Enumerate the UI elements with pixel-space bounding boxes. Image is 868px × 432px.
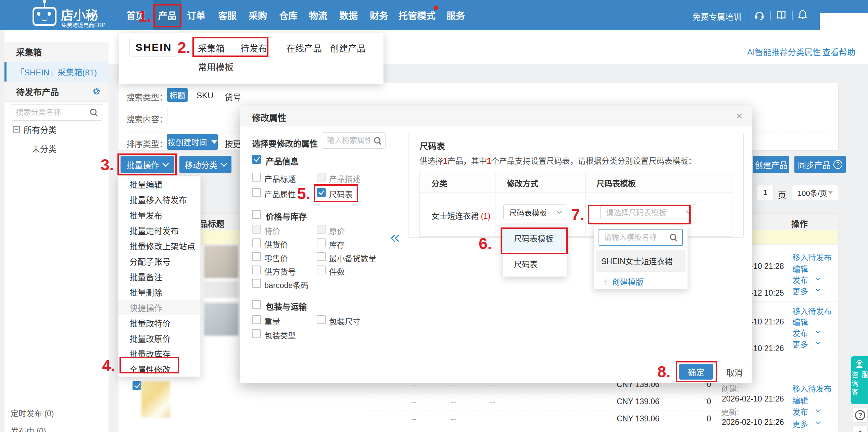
checkbox-barcode[interactable] [252,279,261,288]
nav-item-logistics[interactable]: 物流 [306,0,330,30]
cancel-button[interactable]: 取消 [720,364,749,380]
bulk-menu-item[interactable]: 批量删除 [118,284,200,300]
move-category-button[interactable]: 移动分类 [179,156,231,173]
search-type-sku-chip[interactable]: SKU [197,91,213,100]
nav-item-orders[interactable]: 订单 [184,0,208,30]
category-search-input[interactable] [11,104,102,121]
create-product-button[interactable]: 创建产品 [753,156,789,173]
option-size-chart-template[interactable]: 尺码表模板 [503,225,567,251]
checkbox-pack-type[interactable] [252,329,261,338]
bulk-menu-item[interactable]: 批量编辑 [118,176,200,192]
checkbox-packing-group[interactable] [252,300,261,309]
template-option-shein-dress[interactable]: SHEIN女士短连衣裙 [596,250,685,271]
bulk-menu-item[interactable]: 批量发布 [118,207,200,223]
action-publish[interactable]: 发布 [792,274,808,285]
checkbox-product-attr[interactable] [252,188,261,197]
bulk-menu-item[interactable]: 批量改库存 [118,346,200,361]
menu-item-collect-box[interactable]: 采集箱 [198,41,225,54]
customer-service-widget[interactable]: 咨询客服 [851,356,868,404]
book-icon[interactable] [776,10,787,22]
search-icon[interactable] [90,109,98,116]
free-training-link[interactable]: 免费专属培训 [692,10,742,22]
shein-platform-logo[interactable]: SHEIN [129,38,178,57]
gear-icon[interactable] [91,86,101,97]
collapse-panel-icon[interactable] [392,236,401,242]
checkbox-stock[interactable] [317,238,326,247]
sidebar-item-publishing[interactable]: 发布中 (0) [11,425,46,432]
page-size-select[interactable]: 100条/页 [792,185,839,200]
nav-item-services[interactable]: 服务 [444,0,468,30]
close-icon[interactable]: × [736,110,743,122]
nav-item-purchase[interactable]: 采购 [246,0,270,30]
bulk-menu-item[interactable]: 分配子账号 [118,254,200,269]
action-publish[interactable]: 发布 [792,406,808,417]
action-publish[interactable]: 发布 [792,327,808,338]
modify-method-select[interactable]: 尺码表模板 [503,204,567,220]
sidebar-item-shein-collect-box[interactable]: 「SHEIN」采集箱(81) [4,62,109,82]
ai-recommend-link[interactable]: AI智能推荐分类属性 [747,46,821,58]
checkbox-min-stock[interactable] [317,252,326,261]
bulk-menu-item-edit-all-attrs[interactable]: 全属性修改 [118,361,200,377]
action-move-to-publish[interactable]: 移入待发布 [792,251,832,263]
checkbox-weight[interactable] [252,315,261,324]
nav-item-finance[interactable]: 财务 [367,0,391,30]
headset-icon[interactable] [754,10,765,22]
checkbox-price-stock-group[interactable] [252,210,261,219]
row-checkbox[interactable] [133,381,141,390]
menu-item-create-product[interactable]: 创建产品 [330,41,366,54]
option-size-chart[interactable]: 尺码表 [503,251,567,276]
bulk-menu-item[interactable]: 批量改特价 [118,315,200,331]
checkbox-supply-price[interactable] [252,238,261,247]
sidebar-item-timed-publish[interactable]: 定时发布 (0) [11,407,54,419]
checkbox-product-info[interactable] [252,155,261,164]
action-move-to-publish[interactable]: 移入待发布 [792,305,832,317]
tree-item-all-categories[interactable]: 所有分类 [24,123,56,135]
search-type-code-chip[interactable]: 货号 [225,91,241,103]
menu-item-online-products[interactable]: 在线产品 [286,41,322,54]
action-edit[interactable]: 编辑 [792,263,808,274]
nav-item-warehouse[interactable]: 仓库 [276,0,300,30]
back-to-top-button[interactable] [853,425,868,432]
action-more[interactable]: 更多 [792,418,808,429]
checkbox-pack-size[interactable] [317,315,326,324]
user-account-area[interactable] [820,13,868,33]
bulk-menu-item[interactable]: 批量修改上架站点 [118,238,200,254]
tree-collapse-icon[interactable] [13,126,20,133]
nav-item-products[interactable]: 产品 [153,0,181,30]
bulk-menu-item[interactable]: 批量定时发布 [118,223,200,238]
bulk-actions-button[interactable]: 批量操作 [121,156,174,173]
action-more[interactable]: 更多 [792,338,808,350]
bulk-menu-item[interactable]: 批量备注 [118,269,200,284]
create-template-link[interactable]: ＋ 创建模版 [602,275,643,287]
menu-item-to-publish[interactable]: 待发布 [240,41,267,54]
bulk-menu-item[interactable]: 批量移入待发布 [118,192,200,207]
help-float-button[interactable]: ? [853,408,868,423]
confirm-button[interactable]: 确定 [679,364,713,380]
action-edit[interactable]: 编辑 [792,316,808,328]
bulk-menu-item[interactable]: 批量改原价 [118,331,200,346]
tree-item-uncategorized[interactable]: 未分类 [32,143,56,155]
page-number-input[interactable] [757,185,774,200]
search-type-title-chip[interactable]: 标题 [167,88,188,102]
menu-item-common-templates[interactable]: 常用模板 [198,60,234,73]
sync-product-button[interactable]: 同步产品 ? [794,156,846,173]
search-content-input[interactable] [167,108,236,125]
search-icon[interactable] [374,137,381,145]
action-more[interactable]: 更多 [792,285,808,297]
bell-icon[interactable] [797,9,808,22]
checkbox-size-chart[interactable] [317,188,326,197]
checkbox-product-title[interactable] [252,173,261,182]
size-template-select[interactable]: 请选择尺码表模板 [600,204,696,219]
modify-method-options: 尺码表模板 尺码表 [503,225,567,277]
action-move-to-publish[interactable]: 移入待发布 [792,382,832,394]
search-icon[interactable] [670,234,677,241]
nav-item-service[interactable]: 客服 [215,0,239,30]
sort-by-created-button[interactable]: 按创建时间 [167,134,218,150]
view-help-link[interactable]: 查看帮助 [822,46,855,58]
action-edit[interactable]: 编辑 [792,394,808,406]
checkbox-supplier-code[interactable] [252,266,261,274]
nav-item-managed-mode[interactable]: 托管模式 [397,0,437,30]
nav-item-data[interactable]: 数据 [337,0,361,30]
checkbox-pieces[interactable] [317,266,326,274]
checkbox-retail-price[interactable] [252,252,261,261]
